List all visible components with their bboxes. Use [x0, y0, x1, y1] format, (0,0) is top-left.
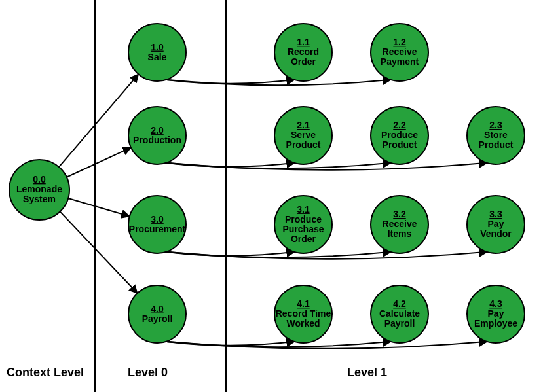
- svg-line-3: [60, 211, 138, 293]
- svg-text:Product: Product: [286, 139, 321, 150]
- node-3-3: 3.3PayVendor: [467, 196, 525, 253]
- svg-line-2: [68, 198, 130, 217]
- svg-text:Employee: Employee: [474, 318, 517, 329]
- svg-text:Record Time: Record Time: [276, 308, 331, 319]
- svg-text:Serve: Serve: [291, 130, 316, 140]
- svg-text:Order: Order: [291, 56, 316, 67]
- svg-text:3.1: 3.1: [297, 204, 310, 215]
- svg-text:Payroll: Payroll: [142, 313, 173, 324]
- node-1-2: 1.2ReceivePayment: [371, 24, 428, 81]
- svg-text:Product: Product: [479, 139, 514, 150]
- dfd-diagram: 0.0LemonadeSystem1.0Sale1.1RecordOrder1.…: [0, 0, 543, 392]
- svg-text:Procurement: Procurement: [129, 224, 186, 234]
- svg-text:4.3: 4.3: [489, 298, 502, 309]
- level-0-label: Level 0: [128, 366, 168, 379]
- svg-text:1.0: 1.0: [151, 42, 164, 52]
- node-2-1: 2.1ServeProduct: [274, 107, 332, 164]
- svg-text:3.0: 3.0: [151, 214, 164, 224]
- svg-text:1.2: 1.2: [393, 37, 406, 47]
- svg-text:2.0: 2.0: [151, 125, 164, 135]
- node-2-0: 2.0Production: [128, 107, 186, 164]
- node-1-0: 1.0Sale: [128, 24, 186, 81]
- node-4-3: 4.3PayEmployee: [467, 285, 525, 343]
- svg-text:Product: Product: [383, 139, 417, 150]
- node-4-2: 4.2CalculatePayroll: [371, 285, 428, 343]
- svg-text:3.3: 3.3: [489, 209, 502, 219]
- level-context-label: Context Level: [7, 366, 84, 379]
- svg-text:Receive: Receive: [383, 46, 417, 57]
- svg-text:2.2: 2.2: [393, 120, 406, 130]
- svg-text:2.1: 2.1: [297, 120, 310, 130]
- svg-text:Calculate: Calculate: [379, 308, 420, 319]
- svg-line-1: [67, 147, 131, 177]
- svg-text:Items: Items: [388, 228, 412, 239]
- node-1-1: 1.1RecordOrder: [274, 24, 332, 81]
- svg-text:Pay: Pay: [488, 219, 504, 229]
- svg-line-0: [59, 74, 138, 167]
- svg-text:4.0: 4.0: [151, 304, 164, 314]
- svg-text:4.1: 4.1: [297, 298, 310, 309]
- nodes: 0.0LemonadeSystem1.0Sale1.1RecordOrder1.…: [9, 24, 525, 343]
- node-2-3: 2.3StoreProduct: [467, 107, 525, 164]
- svg-text:Produce: Produce: [285, 214, 322, 224]
- svg-text:Vendor: Vendor: [480, 228, 512, 239]
- svg-text:Payment: Payment: [381, 56, 419, 67]
- svg-text:Produce: Produce: [381, 130, 418, 140]
- node-4-1: 4.1Record TimeWorked: [274, 285, 332, 343]
- node-4-0: 4.0Payroll: [128, 285, 186, 343]
- svg-text:Store: Store: [484, 130, 508, 140]
- svg-text:Lemonade: Lemonade: [16, 184, 62, 194]
- svg-text:Pay: Pay: [488, 308, 504, 319]
- node-3-0: 3.0Procurement: [128, 196, 186, 253]
- node-root: 0.0LemonadeSystem: [9, 160, 69, 220]
- svg-text:4.2: 4.2: [393, 298, 406, 309]
- node-3-2: 3.2ReceiveItems: [371, 196, 428, 253]
- svg-text:0.0: 0.0: [33, 174, 46, 185]
- svg-text:3.2: 3.2: [393, 209, 406, 219]
- svg-text:2.3: 2.3: [489, 120, 502, 130]
- svg-text:1.1: 1.1: [297, 37, 310, 47]
- node-2-2: 2.2ProduceProduct: [371, 107, 428, 164]
- svg-text:System: System: [23, 194, 56, 204]
- svg-text:Order: Order: [291, 234, 316, 244]
- node-3-1: 3.1ProducePurchaseOrder: [274, 196, 332, 253]
- svg-text:Production: Production: [133, 135, 181, 145]
- svg-text:Payroll: Payroll: [384, 318, 415, 329]
- svg-text:Purchase: Purchase: [282, 224, 324, 234]
- svg-text:Record: Record: [288, 46, 319, 57]
- svg-text:Sale: Sale: [148, 52, 167, 62]
- svg-text:Worked: Worked: [286, 318, 320, 329]
- level-1-label: Level 1: [347, 366, 387, 379]
- svg-text:Receive: Receive: [383, 219, 417, 229]
